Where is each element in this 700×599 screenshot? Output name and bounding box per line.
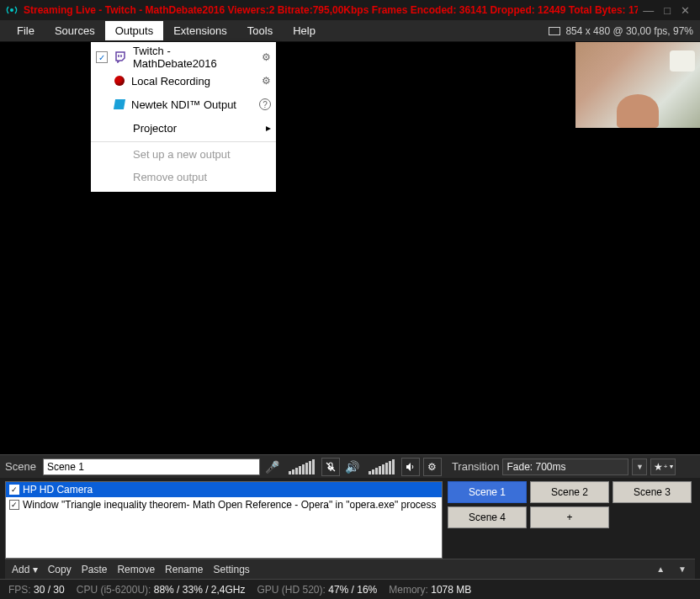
scene-buttons: Scene 1 Scene 2 Scene 3 Scene 4 + <box>448 478 700 559</box>
sources-list[interactable]: ✓ HP HD Camera ✓ Window "Triangle inequa… <box>5 481 443 559</box>
scene-button-3[interactable]: Scene 3 <box>612 481 692 503</box>
output-ndi-label: Newtek NDI™ Output <box>131 98 252 111</box>
add-button[interactable]: Add ▾ <box>12 564 38 575</box>
scene-button-1[interactable]: Scene 1 <box>448 481 527 503</box>
source-label: HP HD Camera <box>23 484 93 496</box>
transition-dropdown-button[interactable]: ▼ <box>632 459 647 475</box>
move-up-icon[interactable]: ▲ <box>655 565 666 574</box>
output-twitch[interactable]: ✓ Twitch - MathDebate2016 ⚙ <box>91 45 276 69</box>
close-button[interactable]: ✕ <box>676 4 695 17</box>
speaker-volume-meter[interactable] <box>369 459 395 474</box>
scene-name-input[interactable] <box>43 459 260 475</box>
output-projector[interactable]: Projector ▸ <box>91 116 276 140</box>
output-projector-label: Projector <box>133 122 259 135</box>
sources-toolbar: Add ▾ Copy Paste Remove Rename Settings … <box>5 559 695 579</box>
titlebar: Streaming Live - Twitch - MathDebate2016… <box>0 0 700 20</box>
checkbox-icon[interactable]: ✓ <box>9 485 19 495</box>
menu-extensions[interactable]: Extensions <box>163 21 237 40</box>
mic-mute-icon[interactable] <box>321 458 340 476</box>
scene-label: Scene <box>5 460 36 473</box>
paste-button[interactable]: Paste <box>82 564 108 575</box>
resolution-status: 854 x 480 @ 30,00 fps, 97% <box>549 25 693 37</box>
checkbox-icon: ✓ <box>96 51 108 63</box>
transition-select[interactable]: Fade: 700ms <box>502 459 628 475</box>
gear-icon[interactable]: ⚙ <box>262 75 271 87</box>
scene-toolbar: Scene 🎤 🔊 ⚙ Transition Fade: 700ms ▼ ★+▾ <box>0 454 700 478</box>
record-icon <box>114 76 125 86</box>
menu-sources[interactable]: Sources <box>45 21 105 40</box>
source-row[interactable]: ✓ HP HD Camera <box>6 482 442 497</box>
app-window: Streaming Live - Twitch - MathDebate2016… <box>0 0 700 599</box>
output-setup-new[interactable]: Set up a new output <box>91 141 276 165</box>
help-icon[interactable]: ? <box>259 98 271 110</box>
twitch-icon <box>114 51 126 63</box>
output-remove-label: Remove output <box>133 171 271 183</box>
lower-panel: ✓ HP HD Camera ✓ Window "Triangle inequa… <box>0 478 700 559</box>
copy-button[interactable]: Copy <box>48 564 72 575</box>
settings-gear-icon[interactable]: ⚙ <box>423 458 442 476</box>
gear-icon[interactable]: ⚙ <box>262 51 271 63</box>
scene-button-4[interactable]: Scene 4 <box>448 506 527 528</box>
source-row[interactable]: ✓ Window "Triangle inequality theorem- M… <box>6 497 442 512</box>
camera-thumbnail[interactable] <box>575 42 700 128</box>
checkbox-icon[interactable]: ✓ <box>9 500 19 510</box>
menu-tools[interactable]: Tools <box>237 21 283 40</box>
move-down-icon[interactable]: ▼ <box>676 565 688 574</box>
output-setup-label: Set up a new output <box>133 148 271 161</box>
outputs-dropdown: ✓ Twitch - MathDebate2016 ⚙ Local Record… <box>91 42 276 192</box>
output-local-recording[interactable]: Local Recording ⚙ <box>91 69 276 93</box>
favorite-add-button[interactable]: ★+▾ <box>650 459 676 475</box>
minimize-button[interactable]: — <box>638 4 659 17</box>
statusbar: FPS: 30 / 30 CPU (i5-6200U): 88% / 33% /… <box>0 579 700 599</box>
ndi-icon <box>114 99 125 109</box>
window-title: Streaming Live - Twitch - MathDebate2016… <box>24 4 638 16</box>
rename-button[interactable]: Rename <box>165 564 203 575</box>
output-ndi[interactable]: Newtek NDI™ Output ? <box>91 93 276 116</box>
app-icon <box>5 3 19 17</box>
monitor-icon <box>549 27 560 35</box>
svg-point-0 <box>10 8 13 12</box>
output-twitch-label: Twitch - MathDebate2016 <box>133 45 255 70</box>
menu-outputs[interactable]: Outputs <box>105 21 164 40</box>
menubar: File Sources Outputs Extensions Tools He… <box>0 20 700 42</box>
speaker-icon[interactable] <box>401 458 420 476</box>
output-remove[interactable]: Remove output <box>91 165 276 188</box>
settings-button[interactable]: Settings <box>213 564 249 575</box>
output-local-label: Local Recording <box>131 75 255 87</box>
maximize-button[interactable]: □ <box>659 4 676 17</box>
mic-volume-meter[interactable] <box>289 459 315 474</box>
chevron-right-icon: ▸ <box>266 122 271 134</box>
scene-add-button[interactable]: + <box>530 506 609 528</box>
menu-file[interactable]: File <box>7 21 45 40</box>
speaker-icon-left[interactable]: 🔊 <box>343 458 362 476</box>
menu-help[interactable]: Help <box>283 21 326 40</box>
scene-button-2[interactable]: Scene 2 <box>530 481 609 503</box>
remove-button[interactable]: Remove <box>117 564 155 575</box>
mic-mute-left-icon[interactable]: 🎤 <box>263 458 282 476</box>
source-label: Window "Triangle inequality theorem- Mat… <box>23 499 437 511</box>
transition-label: Transition <box>452 460 500 473</box>
